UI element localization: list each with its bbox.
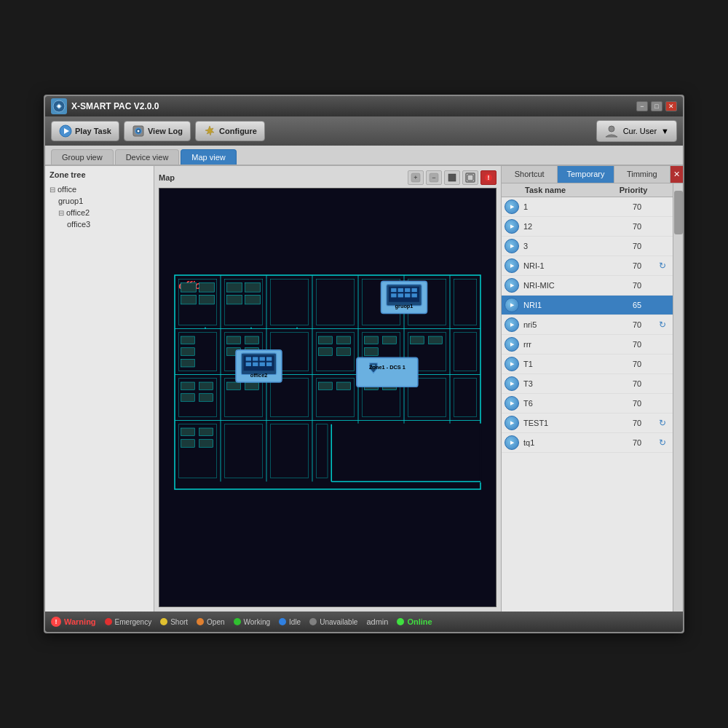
table-row[interactable]: 3 70 [502, 237, 673, 256]
tab-temporary[interactable]: Temporary [558, 166, 614, 183]
view-log-button[interactable]: View Log [124, 121, 191, 141]
task-name-2: 12 [523, 222, 619, 231]
svg-text:Zone1 - DCS 1: Zone1 - DCS 1 [369, 364, 405, 371]
svg-rect-64 [226, 382, 240, 390]
task-priority-1: 70 [619, 202, 655, 211]
table-row[interactable]: T6 70 [502, 394, 673, 414]
svg-rect-71 [199, 428, 213, 436]
right-panel-scrollbar[interactable] [673, 183, 683, 612]
task-name-3: 3 [523, 242, 619, 250]
play-row-nri1-button[interactable] [505, 258, 519, 273]
svg-rect-14 [467, 175, 473, 181]
tab-shortcut[interactable]: Shortcut [502, 166, 558, 183]
warning-icon: ! [51, 617, 61, 627]
header-play [505, 186, 525, 194]
idle-status: Idle [279, 618, 301, 626]
tab-group-view[interactable]: Group view [51, 149, 114, 165]
svg-text:+: + [414, 174, 417, 181]
task-name-nrimic: NRI-MIC [523, 281, 619, 290]
play-row-test1-button[interactable] [505, 416, 519, 430]
close-button[interactable]: ✕ [665, 101, 677, 111]
task-priority-t3: 70 [619, 379, 655, 388]
zoom-in-button[interactable]: + [408, 170, 424, 185]
svg-rect-43 [226, 283, 242, 293]
tab-map-view[interactable]: Map view [181, 149, 236, 165]
short-status: Short [160, 618, 188, 626]
svg-rect-101 [391, 288, 396, 292]
svg-rect-119 [260, 363, 265, 366]
emergency-status: Emergency [105, 618, 152, 626]
play-row-2-button[interactable] [505, 219, 519, 234]
table-row[interactable]: T3 70 [502, 374, 673, 394]
admin-label: admin [366, 617, 388, 626]
svg-rect-82 [364, 348, 378, 356]
svg-rect-40 [181, 295, 196, 304]
toolbar-left: Play Task View Log Confi [51, 121, 265, 141]
svg-rect-61 [181, 394, 194, 402]
maximize-button[interactable]: □ [651, 101, 662, 111]
tree-label-office3: office3 [67, 220, 90, 229]
tree-item-office2[interactable]: ⊟ office2 [58, 207, 149, 218]
table-row[interactable]: TEST1 70 ↻ [502, 414, 673, 433]
play-row-t6-button[interactable] [505, 396, 519, 411]
map-controls: + − [408, 170, 496, 185]
tree-item-gruop1[interactable]: gruop1 [58, 195, 149, 207]
svg-text:gruop1: gruop1 [395, 303, 414, 309]
play-row-nri5-button[interactable] [505, 317, 519, 332]
task-icon-nri1: ↻ [655, 261, 670, 271]
configure-button[interactable]: Configure [195, 121, 265, 141]
map-view[interactable]: office [159, 188, 496, 607]
task-priority-t6: 70 [619, 399, 655, 408]
online-status: Online [397, 617, 432, 626]
header-priority: Priority [612, 186, 655, 194]
tree-label-gruop1: gruop1 [58, 197, 83, 205]
floor-plan-svg: office [159, 189, 496, 606]
app-logo [51, 98, 67, 114]
play-row-nri1sel-button[interactable] [505, 298, 519, 312]
table-row-selected[interactable]: NRI1 65 [502, 296, 673, 315]
play-row-1-button[interactable] [505, 199, 519, 214]
zoom-out-button[interactable]: − [426, 170, 442, 185]
title-bar: X-SMART PAC V2.0.0 − □ ✕ [45, 96, 683, 116]
table-row[interactable]: rrr 70 [502, 335, 673, 355]
table-row[interactable]: 12 70 [502, 217, 673, 237]
minimize-button[interactable]: − [636, 101, 648, 111]
play-row-tq1-button[interactable] [505, 435, 519, 450]
play-task-button[interactable]: Play Task [51, 121, 119, 141]
table-row[interactable]: tq1 70 ↻ [502, 433, 673, 453]
play-row-nrimic-button[interactable] [505, 278, 519, 293]
tab-timming[interactable]: Timming [614, 166, 670, 183]
svg-rect-65 [245, 382, 259, 390]
table-row[interactable]: nri5 70 ↻ [502, 315, 673, 335]
scrollbar-thumb[interactable] [674, 191, 683, 234]
play-row-t3-button[interactable] [505, 376, 519, 391]
svg-point-7 [609, 126, 614, 132]
view-log-icon [132, 124, 145, 138]
emergency-label: Emergency [115, 618, 152, 626]
fit-button[interactable] [462, 170, 478, 185]
table-row[interactable]: T1 70 [502, 355, 673, 374]
table-row[interactable]: NRI-MIC 70 [502, 276, 673, 296]
open-dot [197, 618, 204, 625]
zone-tree-title: Zone tree [50, 170, 149, 179]
main-window: X-SMART PAC V2.0.0 − □ ✕ Play Task [44, 95, 684, 633]
tree-item-office3[interactable]: office3 [67, 218, 149, 230]
tree-item-office[interactable]: ⊟ office [50, 183, 149, 195]
open-status: Open [197, 618, 224, 626]
online-label: Online [407, 617, 432, 626]
svg-text:!: ! [488, 174, 490, 181]
right-panel-close-button[interactable]: ✕ [670, 166, 683, 183]
pan-button[interactable] [444, 170, 460, 185]
play-row-t1-button[interactable] [505, 357, 519, 371]
open-label: Open [207, 618, 224, 626]
play-row-3-button[interactable] [505, 239, 519, 253]
svg-rect-90 [318, 382, 332, 390]
svg-text:office2: office2 [250, 372, 268, 379]
svg-rect-78 [318, 348, 332, 356]
tree-toggle-office2: ⊟ [58, 209, 64, 217]
user-button[interactable]: Cur. User ▼ [596, 120, 677, 142]
play-row-rrr-button[interactable] [505, 337, 519, 352]
tab-device-view[interactable]: Device view [115, 149, 180, 165]
table-row[interactable]: 1 70 [502, 197, 673, 217]
table-row[interactable]: NRI-1 70 ↻ [502, 256, 673, 276]
